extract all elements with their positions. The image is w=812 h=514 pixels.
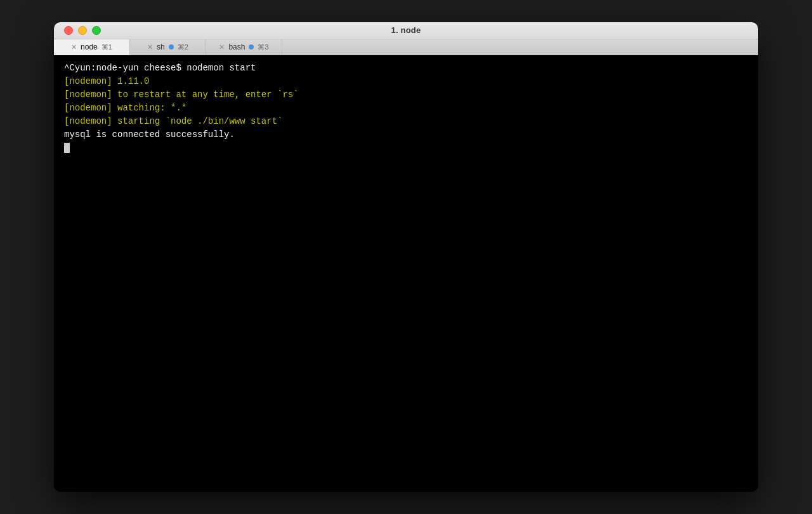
tab-dot-sh xyxy=(169,44,174,49)
tab-close-icon-bash[interactable]: ✕ xyxy=(219,44,225,51)
terminal-line-1: ^Cyun:node-yun cheese$ nodemon start xyxy=(64,62,748,75)
terminal-cursor xyxy=(64,143,70,153)
tab-shortcut-bash: ⌘3 xyxy=(258,43,268,51)
tab-close-icon-sh[interactable]: ✕ xyxy=(147,44,153,51)
terminal-line-4: [nodemon] watching: *.* xyxy=(64,102,748,115)
tab-shortcut-node: ⌘1 xyxy=(102,43,112,51)
tabs-row: ✕ node ⌘1 ✕ sh ⌘2 ✕ bash ⌘3 xyxy=(54,39,758,55)
tab-label-node: node xyxy=(81,43,98,51)
tab-label-sh: sh xyxy=(157,43,165,51)
terminal-line-6: mysql is connected successfully. xyxy=(64,128,748,142)
window-title: 1. node xyxy=(391,25,421,35)
tab-close-icon-node[interactable]: ✕ xyxy=(71,44,77,51)
title-bar: 1. node ✕ node ⌘1 ✕ sh ⌘2 ✕ bash ⌘3 xyxy=(54,22,758,55)
tab-label-bash: bash xyxy=(228,43,245,51)
maximize-button[interactable] xyxy=(92,26,101,35)
terminal-line-5: [nodemon] starting `node ./bin/www start… xyxy=(64,115,748,128)
tab-node[interactable]: ✕ node ⌘1 xyxy=(54,39,130,55)
title-row: 1. node xyxy=(54,22,758,39)
tab-bash[interactable]: ✕ bash ⌘3 xyxy=(206,39,282,55)
traffic-lights xyxy=(64,26,101,35)
terminal-content[interactable]: ^Cyun:node-yun cheese$ nodemon start [no… xyxy=(54,55,758,492)
terminal-line-2: [nodemon] 1.11.0 xyxy=(64,75,748,88)
terminal-window: 1. node ✕ node ⌘1 ✕ sh ⌘2 ✕ bash ⌘3 xyxy=(54,22,758,492)
minimize-button[interactable] xyxy=(78,26,87,35)
close-button[interactable] xyxy=(64,26,73,35)
terminal-line-3: [nodemon] to restart at any time, enter … xyxy=(64,88,748,102)
tab-shortcut-sh: ⌘2 xyxy=(178,43,188,51)
tab-sh[interactable]: ✕ sh ⌘2 xyxy=(130,39,206,55)
tab-dot-bash xyxy=(249,44,254,49)
terminal-cursor-line xyxy=(64,142,748,155)
